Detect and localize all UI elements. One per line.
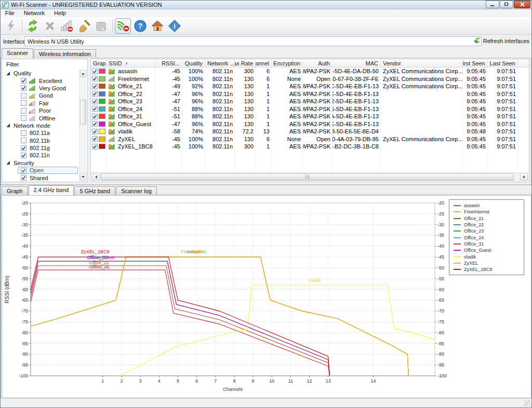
scrollbar-thumb[interactable] — [80, 100, 86, 125]
table-row-office_24[interactable]: Office_24-5188%802.11n1301AESWPA2-PSKF6-… — [91, 105, 529, 113]
tab-scanner-log[interactable]: Scanner log — [116, 186, 157, 195]
help-button[interactable]: ? — [132, 18, 148, 34]
filter-group-security[interactable]: Security — [2, 159, 79, 167]
max-rate-cell: 300 — [235, 143, 256, 151]
table-row-office_31[interactable]: Office_31-5188%802.11n1301AESWPA2-PSKFA-… — [91, 113, 529, 120]
table-row-zyxel_1bc8[interactable]: ZyXEL_1BC8-45100%802.11n3001AESWPA2-PSKB… — [91, 143, 529, 151]
table-row-office_21[interactable]: Office_21-4992%802.11n1301AESWPA2-PSKCC-… — [91, 83, 529, 90]
checkbox[interactable] — [21, 175, 26, 181]
checkbox[interactable] — [21, 130, 26, 136]
about-button[interactable]: i — [166, 18, 182, 34]
column-header-quality[interactable]: Quality — [182, 59, 205, 67]
column-header-vendor[interactable]: Vendor — [381, 59, 463, 67]
scroll-up-button[interactable] — [80, 70, 86, 77]
resize-grip[interactable] — [524, 400, 531, 407]
tab-5-ghz-band[interactable]: 5 GHz band — [74, 186, 115, 195]
filter-item-offline[interactable]: Offline — [2, 114, 79, 121]
filter-item-802-11b[interactable]: 802.11b — [2, 137, 79, 144]
table-horizontal-scrollbar[interactable] — [91, 172, 528, 181]
filter-item-excellent[interactable]: Excellent — [2, 77, 79, 84]
tree-expander-icon[interactable] — [6, 72, 10, 75]
filter-item-802-11a[interactable]: 802.11a — [2, 129, 79, 137]
checkbox[interactable] — [92, 99, 98, 104]
filter-item-802-11n[interactable]: 802.11n — [2, 152, 79, 159]
filter-item-poor[interactable]: Poor — [2, 107, 79, 114]
column-header-max-rate[interactable]: Max Rate — [235, 59, 256, 67]
checkbox[interactable] — [21, 138, 26, 143]
column-header-ssid[interactable]: SSID — [107, 59, 155, 67]
rescan-button[interactable] — [24, 18, 41, 34]
hide-network-button[interactable] — [59, 18, 75, 34]
checkbox[interactable] — [21, 100, 26, 106]
tree-expander-icon[interactable] — [6, 161, 10, 165]
tab-2-4-ghz-band[interactable]: 2.4 GHz band — [29, 185, 74, 195]
checkbox[interactable] — [92, 84, 98, 89]
checkbox[interactable] — [92, 106, 98, 112]
checkbox[interactable] — [21, 115, 26, 121]
checkbox[interactable] — [21, 145, 26, 151]
scroll-left-button[interactable] — [92, 173, 100, 181]
table-row-freeinternet[interactable]: FreeInternet-45100%802.11n1306NoneOpen50… — [91, 75, 529, 83]
column-header-channel[interactable]: Channel — [256, 59, 272, 67]
column-header-last-seen[interactable]: Last Seen — [488, 59, 518, 67]
column-header-encryption[interactable]: Encryption — [272, 59, 303, 67]
checkbox[interactable] — [21, 85, 26, 91]
filter-item-fair[interactable]: Fair — [2, 100, 79, 107]
tab-wireless-information[interactable]: Wireless information — [34, 49, 96, 58]
checkbox[interactable] — [21, 168, 26, 173]
checkbox[interactable] — [21, 78, 26, 84]
minimize-button[interactable] — [486, 1, 499, 8]
checkbox[interactable] — [92, 69, 98, 74]
filter-item-shared[interactable]: Shared — [2, 174, 79, 181]
checkbox[interactable] — [92, 129, 98, 134]
close-button[interactable] — [514, 1, 530, 8]
filter-item-good[interactable]: Good — [2, 92, 79, 99]
menu-network[interactable]: Network — [19, 9, 49, 17]
column-header-graph[interactable]: Graph — [91, 59, 107, 67]
table-row-assasin[interactable]: assasin-45100%802.11n3006AESWPA2-PSKCC-5… — [91, 67, 529, 75]
home-button[interactable] — [149, 18, 165, 34]
legend-label: Office_21 — [464, 216, 484, 221]
checkbox[interactable] — [92, 76, 98, 81]
interface-combobox[interactable]: Wireless N USB Utility — [24, 36, 482, 46]
table-row-office_22[interactable]: Office_22-4796%802.11n1301AESWPA2-PSKEE-… — [91, 90, 529, 98]
disable-wifi-button[interactable] — [115, 18, 131, 34]
checkbox[interactable] — [21, 153, 26, 158]
filter-group-quality[interactable]: Quality — [2, 70, 79, 77]
checkbox[interactable] — [21, 108, 26, 114]
tree-expander-icon[interactable] — [6, 124, 10, 127]
scrollbar-thumb[interactable] — [101, 173, 514, 181]
refresh-interfaces-button[interactable]: Refresh interfaces — [474, 37, 529, 45]
mac-cell: FA-5D-4E-EB-F1-13 — [332, 113, 381, 120]
tab-graph[interactable]: Graph — [2, 186, 28, 195]
tab-scanner[interactable]: Scanner — [2, 48, 33, 58]
checkbox[interactable] — [21, 93, 26, 99]
scroll-down-button[interactable] — [80, 173, 86, 181]
column-header-rssi-[interactable]: RSSI... — [155, 59, 182, 67]
filter-item-802-11g[interactable]: 802.11g — [2, 144, 79, 152]
scroll-right-button[interactable] — [520, 173, 528, 181]
column-header-auth[interactable]: Auth — [303, 59, 332, 67]
filter-item-very-good[interactable]: Very Good — [2, 85, 79, 92]
checkbox[interactable] — [92, 121, 98, 127]
table-row-zyxel[interactable]: ZyXEL-45100%802.11n1306NoneOpen40-4A-03-… — [91, 135, 529, 143]
column-header-mac[interactable]: MAC — [332, 59, 381, 67]
checkbox[interactable] — [92, 114, 98, 119]
filter-group-network-mode[interactable]: Network mode — [2, 122, 79, 129]
column-header-network-[interactable]: Network ... — [205, 59, 235, 67]
menu-file[interactable]: File — [1, 9, 19, 17]
filter-item-open[interactable]: Open — [2, 167, 79, 174]
maximize-button[interactable] — [500, 1, 513, 8]
column-header-first-seen[interactable]: First Seen — [463, 59, 488, 67]
filter-scrollbar[interactable] — [79, 70, 87, 181]
checkbox[interactable] — [92, 144, 98, 149]
table-row-office_23[interactable]: Office_23-4796%802.11n1301AESWPA2-PSKF2-… — [91, 98, 529, 105]
checkbox[interactable] — [92, 136, 98, 142]
clear-list-button[interactable] — [76, 18, 92, 34]
title-bar[interactable]: Wi-Fi Scanner - UNREGISTERED EVALUATION … — [1, 1, 531, 9]
graph-cell — [91, 98, 107, 105]
table-row-office_guest[interactable]: Office_Guest-4796%802.11n1301AESWPA2-PSK… — [91, 120, 529, 128]
menu-help[interactable]: Help — [49, 9, 71, 17]
checkbox[interactable] — [92, 91, 98, 97]
table-row-vladik[interactable]: vladik-5874%802.11n72.213AESWPA2-PSKD8-5… — [91, 128, 529, 135]
